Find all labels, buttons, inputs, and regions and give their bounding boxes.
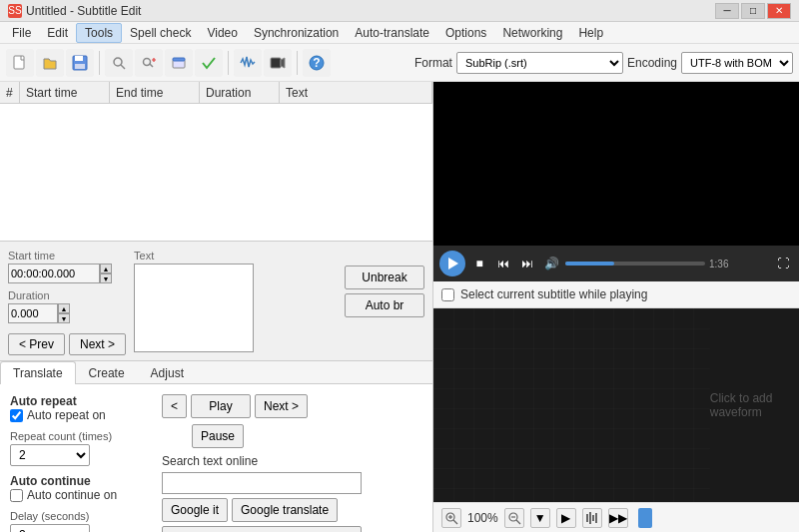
video-button[interactable]	[264, 49, 292, 77]
video-controls: ■ ⏮ ⏭ 🔊 1:36 ⛶	[433, 246, 799, 281]
menu-spell-check[interactable]: Spell check	[122, 24, 199, 42]
search-section: Search text online Google it Google tran…	[162, 454, 422, 532]
waveform-marker[interactable]	[638, 508, 652, 528]
fullscreen-button[interactable]: ⛶	[773, 254, 793, 273]
zoom-in-button[interactable]	[441, 508, 461, 528]
search-buttons: Google it Google translate	[162, 498, 422, 522]
menu-auto-translate[interactable]: Auto-translate	[347, 24, 437, 42]
minimize-button[interactable]: ─	[715, 3, 739, 19]
start-time-field[interactable]	[8, 264, 100, 283]
video-play-button[interactable]	[439, 251, 465, 276]
menu-bar: File Edit Tools Spell check Video Synchr…	[0, 22, 799, 44]
menu-video[interactable]: Video	[199, 24, 245, 42]
menu-options[interactable]: Options	[437, 24, 494, 42]
find-button[interactable]	[105, 49, 133, 77]
rewind-button[interactable]: ⏮	[493, 254, 513, 273]
menu-tools[interactable]: Tools	[76, 23, 122, 43]
auto-break-button[interactable]: Auto br	[345, 293, 424, 317]
open-button[interactable]	[36, 49, 64, 77]
svg-point-6	[144, 58, 151, 65]
forward-button[interactable]: ⏭	[517, 254, 537, 273]
next-button[interactable]: Next >	[69, 333, 126, 355]
play-prev-button[interactable]: <	[162, 394, 187, 418]
zoom-dropdown-button[interactable]: ▼	[530, 508, 550, 528]
zoom-out-button[interactable]	[504, 508, 524, 528]
start-time-up[interactable]: ▲	[100, 264, 112, 273]
tab-content-translate: Auto repeat Auto repeat on Repeat count …	[0, 384, 432, 532]
duration-field[interactable]	[8, 303, 58, 323]
close-button[interactable]: ✕	[767, 3, 791, 19]
duration-group: Duration ▲ ▼	[8, 289, 126, 323]
svg-line-20	[516, 520, 520, 524]
menu-networking[interactable]: Networking	[494, 24, 570, 42]
menu-file[interactable]: File	[4, 24, 39, 42]
tab-translate[interactable]: Translate	[0, 361, 76, 384]
prev-button[interactable]: < Prev	[8, 333, 65, 355]
subtitle-text-input[interactable]	[134, 264, 254, 352]
tab-adjust[interactable]: Adjust	[138, 361, 197, 384]
new-button[interactable]	[6, 49, 34, 77]
start-time-input-wrap: ▲ ▼	[8, 264, 126, 283]
waveform-area[interactable]: Click to add waveform	[433, 308, 799, 502]
google-it-button[interactable]: Google it	[162, 498, 228, 522]
edit-text-area: Text	[134, 250, 337, 352]
delay-label: Delay (seconds)	[10, 510, 150, 522]
waveform-config-button[interactable]	[582, 508, 602, 528]
google-translate-button[interactable]: Google translate	[232, 498, 338, 522]
tab-bar: Translate Create Adjust	[0, 361, 432, 384]
translate-panel: Auto repeat Auto repeat on Repeat count …	[0, 384, 432, 532]
auto-continue-checkbox[interactable]	[10, 489, 23, 502]
auto-repeat-on-label: Auto repeat on	[27, 408, 106, 422]
waveform-nav-button[interactable]: ▶▶	[608, 508, 628, 528]
auto-continue-section: Auto continue Auto continue on	[10, 474, 150, 502]
svg-line-5	[121, 65, 125, 69]
find-replace-button[interactable]	[135, 49, 163, 77]
encoding-label: Encoding	[627, 56, 677, 70]
encoding-select[interactable]: UTF-8 with BOM UTF-8 Unicode ANSI	[681, 52, 793, 74]
sep2	[228, 51, 229, 75]
start-time-down[interactable]: ▼	[100, 273, 112, 283]
volume-button[interactable]: 🔊	[541, 254, 561, 273]
play-next-button[interactable]: Next >	[255, 394, 308, 418]
delay-select[interactable]: 2 1 3 5 10	[10, 524, 90, 532]
table-header: # Start time End time Duration Text	[0, 82, 432, 104]
play-button[interactable]: Play	[191, 394, 251, 418]
auto-repeat-row: Auto repeat on	[10, 408, 150, 422]
zoom-level: 100%	[467, 511, 498, 525]
play-waveform-button[interactable]: ▶	[556, 508, 576, 528]
auto-continue-label: Auto continue	[10, 474, 150, 488]
waveform-button[interactable]	[234, 49, 262, 77]
dur-down[interactable]: ▼	[58, 313, 70, 323]
menu-edit[interactable]: Edit	[39, 24, 76, 42]
fix-button[interactable]	[165, 49, 193, 77]
nav-buttons: < Prev Next >	[8, 333, 126, 355]
stop-button[interactable]: ■	[469, 254, 489, 273]
svg-rect-9	[173, 58, 185, 61]
select-subtitle-checkbox[interactable]	[441, 288, 454, 301]
dur-spinners: ▲ ▼	[58, 303, 70, 323]
window-title: Untitled - Subtitle Edit	[26, 4, 141, 18]
format-label: Format	[414, 56, 452, 70]
format-select[interactable]: SubRip (.srt) Advanced SubStation Alpha …	[456, 52, 623, 74]
repeat-count-label: Repeat count (times)	[10, 430, 150, 442]
menu-synchronization[interactable]: Synchronization	[246, 24, 347, 42]
tab-create[interactable]: Create	[76, 361, 138, 384]
dur-up[interactable]: ▲	[58, 303, 70, 313]
maximize-button[interactable]: □	[741, 3, 765, 19]
dur-field-wrap: ▲ ▼	[8, 303, 126, 323]
help-button[interactable]: ?	[303, 49, 331, 77]
check-button[interactable]	[195, 49, 223, 77]
video-progress-bar[interactable]	[565, 262, 705, 266]
svg-line-16	[453, 520, 457, 524]
unbreak-button[interactable]: Unbreak	[345, 266, 424, 289]
auto-continue-row: Auto continue on	[10, 488, 150, 502]
pause-button[interactable]: Pause	[192, 424, 244, 448]
menu-help[interactable]: Help	[570, 24, 611, 42]
toolbar-right: Format SubRip (.srt) Advanced SubStation…	[414, 52, 793, 74]
search-input[interactable]	[162, 472, 362, 494]
save-button[interactable]	[66, 49, 94, 77]
repeat-count-select[interactable]: 2 1 3 4 5	[10, 444, 90, 466]
auto-repeat-checkbox[interactable]	[10, 409, 23, 422]
col-text: Text	[280, 82, 432, 103]
free-dictionary-button[interactable]: The Free Dictionary	[162, 526, 362, 532]
